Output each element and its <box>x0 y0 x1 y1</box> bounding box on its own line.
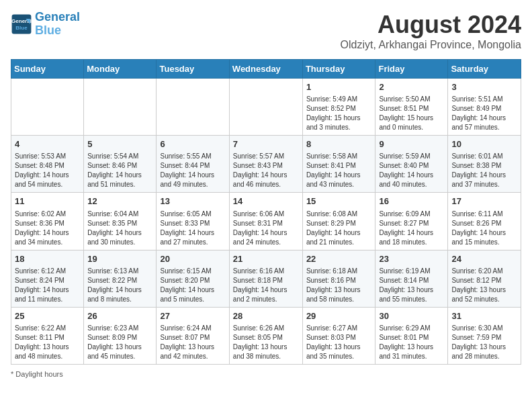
calendar-cell: 9Sunrise: 5:59 AM Sunset: 8:40 PM Daylig… <box>375 136 448 193</box>
day-number: 22 <box>306 253 372 265</box>
day-number: 12 <box>87 195 152 208</box>
day-info: Sunrise: 6:22 AM Sunset: 8:11 PM Dayligh… <box>15 324 80 361</box>
day-number: 13 <box>160 195 225 208</box>
day-number: 25 <box>15 310 80 322</box>
day-number: 9 <box>379 138 444 150</box>
calendar-cell: 31Sunrise: 6:30 AM Sunset: 7:59 PM Dayli… <box>448 307 521 364</box>
day-number: 11 <box>15 195 80 208</box>
day-info: Sunrise: 6:06 AM Sunset: 8:31 PM Dayligh… <box>233 210 299 247</box>
day-header-monday: Monday <box>84 60 157 79</box>
svg-text:Blue: Blue <box>15 25 28 31</box>
calendar-cell <box>157 79 229 136</box>
calendar-cell: 6Sunrise: 5:55 AM Sunset: 8:44 PM Daylig… <box>157 136 229 193</box>
day-info: Sunrise: 6:23 AM Sunset: 8:09 PM Dayligh… <box>87 324 152 361</box>
calendar-cell: 16Sunrise: 6:09 AM Sunset: 8:27 PM Dayli… <box>375 193 448 250</box>
day-info: Sunrise: 5:50 AM Sunset: 8:51 PM Dayligh… <box>379 95 444 132</box>
day-info: Sunrise: 6:30 AM Sunset: 7:59 PM Dayligh… <box>451 324 517 361</box>
calendar-cell: 29Sunrise: 6:27 AM Sunset: 8:03 PM Dayli… <box>302 307 375 364</box>
day-number: 18 <box>15 253 80 265</box>
calendar-cell <box>84 79 157 136</box>
day-header-saturday: Saturday <box>448 60 521 79</box>
calendar-cell: 10Sunrise: 6:01 AM Sunset: 8:38 PM Dayli… <box>448 136 521 193</box>
logo-line2: Blue <box>35 24 61 37</box>
day-number: 24 <box>451 253 517 265</box>
logo-text: General Blue <box>35 11 80 38</box>
calendar-cell: 18Sunrise: 6:12 AM Sunset: 8:24 PM Dayli… <box>11 250 84 307</box>
day-info: Sunrise: 6:02 AM Sunset: 8:36 PM Dayligh… <box>15 210 80 247</box>
calendar-cell: 30Sunrise: 6:29 AM Sunset: 8:01 PM Dayli… <box>375 307 448 364</box>
day-info: Sunrise: 5:59 AM Sunset: 8:40 PM Dayligh… <box>379 152 444 189</box>
day-number: 23 <box>379 253 444 265</box>
day-number: 27 <box>160 310 225 322</box>
calendar-week-5: 25Sunrise: 6:22 AM Sunset: 8:11 PM Dayli… <box>11 307 521 364</box>
day-number: 21 <box>233 253 299 265</box>
day-header-sunday: Sunday <box>11 60 84 79</box>
day-info: Sunrise: 6:19 AM Sunset: 8:14 PM Dayligh… <box>379 267 444 304</box>
calendar-cell: 20Sunrise: 6:15 AM Sunset: 8:20 PM Dayli… <box>157 250 229 307</box>
day-info: Sunrise: 6:13 AM Sunset: 8:22 PM Dayligh… <box>87 267 152 304</box>
calendar-week-3: 11Sunrise: 6:02 AM Sunset: 8:36 PM Dayli… <box>11 193 521 250</box>
calendar-cell: 26Sunrise: 6:23 AM Sunset: 8:09 PM Dayli… <box>84 307 157 364</box>
day-info: Sunrise: 5:58 AM Sunset: 8:41 PM Dayligh… <box>306 152 372 189</box>
day-info: Sunrise: 6:18 AM Sunset: 8:16 PM Dayligh… <box>306 267 372 304</box>
calendar-cell: 14Sunrise: 6:06 AM Sunset: 8:31 PM Dayli… <box>229 193 302 250</box>
day-number: 2 <box>379 81 444 93</box>
day-info: Sunrise: 6:29 AM Sunset: 8:01 PM Dayligh… <box>379 324 444 361</box>
calendar-cell: 2Sunrise: 5:50 AM Sunset: 8:51 PM Daylig… <box>375 79 448 136</box>
calendar-cell: 5Sunrise: 5:54 AM Sunset: 8:46 PM Daylig… <box>84 136 157 193</box>
day-info: Sunrise: 5:49 AM Sunset: 8:52 PM Dayligh… <box>306 95 372 132</box>
day-header-wednesday: Wednesday <box>229 60 302 79</box>
calendar-cell: 27Sunrise: 6:24 AM Sunset: 8:07 PM Dayli… <box>157 307 229 364</box>
day-number: 31 <box>451 310 517 322</box>
day-info: Sunrise: 5:57 AM Sunset: 8:43 PM Dayligh… <box>233 152 299 189</box>
logo-line1: General <box>35 10 80 24</box>
calendar-cell: 24Sunrise: 6:20 AM Sunset: 8:12 PM Dayli… <box>448 250 521 307</box>
day-info: Sunrise: 5:55 AM Sunset: 8:44 PM Dayligh… <box>160 152 225 189</box>
calendar-cell: 25Sunrise: 6:22 AM Sunset: 8:11 PM Dayli… <box>11 307 84 364</box>
calendar-cell: 13Sunrise: 6:05 AM Sunset: 8:33 PM Dayli… <box>157 193 229 250</box>
daylight-hours-label: Daylight hours <box>15 370 62 378</box>
day-number: 19 <box>87 253 152 265</box>
calendar-week-2: 4Sunrise: 5:53 AM Sunset: 8:48 PM Daylig… <box>11 136 521 193</box>
day-info: Sunrise: 6:05 AM Sunset: 8:33 PM Dayligh… <box>160 210 225 247</box>
footer-note: * Daylight hours <box>11 370 521 378</box>
day-number: 30 <box>379 310 444 322</box>
day-info: Sunrise: 6:09 AM Sunset: 8:27 PM Dayligh… <box>379 210 444 247</box>
day-number: 28 <box>233 310 299 322</box>
calendar-cell: 11Sunrise: 6:02 AM Sunset: 8:36 PM Dayli… <box>11 193 84 250</box>
calendar-header-row: SundayMondayTuesdayWednesdayThursdayFrid… <box>11 60 521 79</box>
day-number: 17 <box>451 195 517 208</box>
calendar-cell: 12Sunrise: 6:04 AM Sunset: 8:35 PM Dayli… <box>84 193 157 250</box>
logo-icon: General Blue <box>11 13 32 35</box>
day-info: Sunrise: 6:11 AM Sunset: 8:26 PM Dayligh… <box>451 210 517 247</box>
day-number: 7 <box>233 138 299 150</box>
day-number: 10 <box>451 138 517 150</box>
day-number: 1 <box>306 81 372 93</box>
day-info: Sunrise: 6:08 AM Sunset: 8:29 PM Dayligh… <box>306 210 372 247</box>
day-number: 14 <box>233 195 299 208</box>
day-info: Sunrise: 6:04 AM Sunset: 8:35 PM Dayligh… <box>87 210 152 247</box>
day-number: 8 <box>306 138 372 150</box>
calendar-cell: 7Sunrise: 5:57 AM Sunset: 8:43 PM Daylig… <box>229 136 302 193</box>
day-info: Sunrise: 6:15 AM Sunset: 8:20 PM Dayligh… <box>160 267 225 304</box>
calendar-cell: 8Sunrise: 5:58 AM Sunset: 8:41 PM Daylig… <box>302 136 375 193</box>
calendar-cell: 15Sunrise: 6:08 AM Sunset: 8:29 PM Dayli… <box>302 193 375 250</box>
location-subtitle: Oldziyt, Arkhangai Province, Mongolia <box>341 39 521 51</box>
day-number: 16 <box>379 195 444 208</box>
calendar-cell: 4Sunrise: 5:53 AM Sunset: 8:48 PM Daylig… <box>11 136 84 193</box>
calendar-cell: 22Sunrise: 6:18 AM Sunset: 8:16 PM Dayli… <box>302 250 375 307</box>
day-info: Sunrise: 6:12 AM Sunset: 8:24 PM Dayligh… <box>15 267 80 304</box>
day-info: Sunrise: 6:01 AM Sunset: 8:38 PM Dayligh… <box>451 152 517 189</box>
calendar-cell: 28Sunrise: 6:26 AM Sunset: 8:05 PM Dayli… <box>229 307 302 364</box>
day-header-thursday: Thursday <box>302 60 375 79</box>
day-info: Sunrise: 5:54 AM Sunset: 8:46 PM Dayligh… <box>87 152 152 189</box>
calendar-cell: 3Sunrise: 5:51 AM Sunset: 8:49 PM Daylig… <box>448 79 521 136</box>
title-area: August 2024 Oldziyt, Arkhangai Province,… <box>341 11 521 51</box>
day-number: 29 <box>306 310 372 322</box>
day-number: 20 <box>160 253 225 265</box>
calendar-cell <box>11 79 84 136</box>
day-info: Sunrise: 6:27 AM Sunset: 8:03 PM Dayligh… <box>306 324 372 361</box>
day-number: 3 <box>451 81 517 93</box>
header: General Blue General Blue August 2024 Ol… <box>11 11 521 51</box>
calendar-week-4: 18Sunrise: 6:12 AM Sunset: 8:24 PM Dayli… <box>11 250 521 307</box>
